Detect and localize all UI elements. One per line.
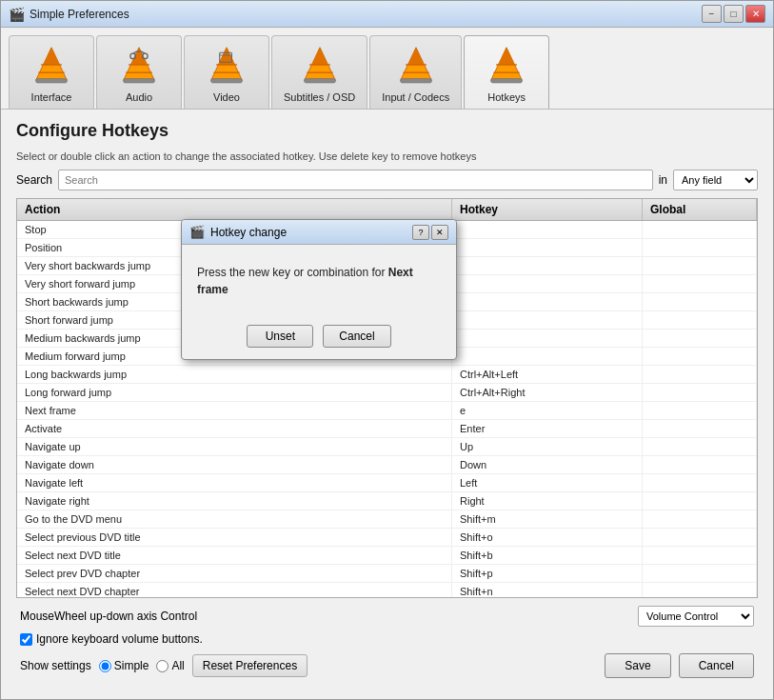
dialog-footer: Unset Cancel [182,317,456,359]
dialog-title-bar: 🎬 Hotkey change ? ✕ [182,220,456,245]
dialog-title-buttons: ? ✕ [412,225,448,240]
dialog-overlay: 🎬 Hotkey change ? ✕ Press the new key or… [0,0,774,700]
dialog-cancel-button[interactable]: Cancel [323,325,390,348]
dialog-close-button[interactable]: ✕ [431,225,448,240]
main-window: 🎬 Simple Preferences − □ ✕ Interface [0,0,774,700]
dialog-unset-button[interactable]: Unset [247,325,313,348]
dialog-title-text: Hotkey change [210,226,412,239]
dialog-body: Press the new key or combination for Nex… [182,245,456,317]
dialog-icon: 🎬 [189,225,205,240]
hotkey-change-dialog: 🎬 Hotkey change ? ✕ Press the new key or… [181,219,457,360]
dialog-help-button[interactable]: ? [412,225,429,240]
dialog-message-prefix: Press the new key or combination for [197,266,388,279]
